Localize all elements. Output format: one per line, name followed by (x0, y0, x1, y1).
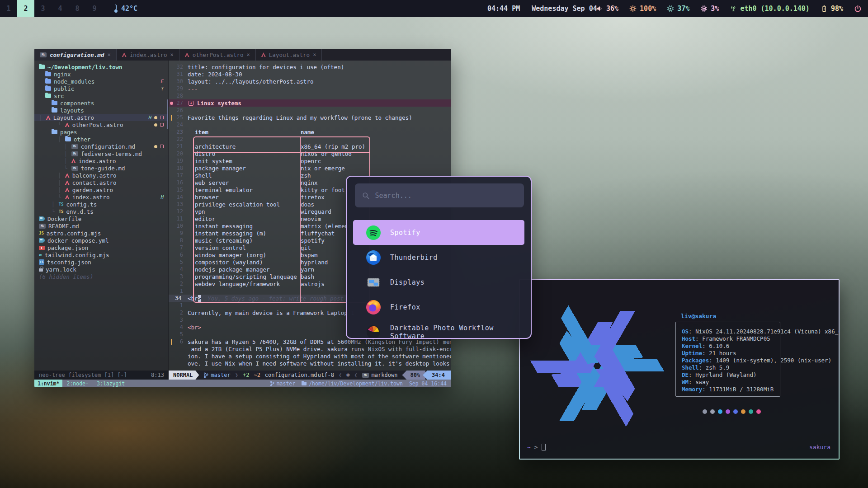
close-icon[interactable]: × (107, 52, 110, 58)
workspace-3[interactable]: 3 (34, 0, 52, 17)
tree-item-nginx[interactable]: nginx (39, 70, 165, 78)
tmux-window-nvim[interactable]: 1:nvim* (34, 380, 62, 387)
cpu-value: 37% (677, 5, 689, 13)
tree-item-tsconfig-json[interactable]: TStsconfig.json (39, 258, 165, 266)
tree-item-pages[interactable]: pages (39, 128, 165, 136)
temperature-widget: 42°C (114, 5, 137, 13)
editor-wrapped-line[interactable]: and a 2TB (Crucial P5 Plus) NVMe drive. … (169, 345, 451, 352)
tree-item-index-astro-pages[interactable]: index.astroH (39, 193, 165, 201)
shell-prompt[interactable]: ~ > (527, 444, 546, 450)
editor-line[interactable]: 29--- (169, 85, 451, 92)
battery-widget[interactable]: 98% (821, 5, 843, 13)
tree-item-tailwind-config-mjs[interactable]: ≈tailwind.config.mjs (39, 251, 165, 258)
tab-otherpost-astro[interactable]: otherPost.astro × (179, 49, 256, 61)
tree-item-layouts[interactable]: layouts (39, 107, 165, 114)
git-blame-text: You, 5 days ago - feat: write rough post… (208, 295, 354, 302)
tmux-window-node[interactable]: 2:node- (62, 380, 92, 387)
tree-item-node-modules[interactable]: node_modulesE (39, 78, 165, 85)
tree-item-index-astro-other[interactable]: index.astro (39, 157, 165, 164)
tree-item-config-ts[interactable]: TSconfig.ts (39, 201, 165, 208)
close-icon[interactable]: × (170, 52, 173, 58)
fetch-terminal-content[interactable]: liv@sakura OSNixOS 24.11.20240828.71e91c… (520, 280, 839, 459)
table-row[interactable]: 18package managernix or emerge (169, 164, 451, 172)
editor-line[interactable]: 28 (169, 92, 451, 99)
table-row[interactable]: 19init systemopenrc (169, 157, 451, 164)
table-cell-name: astrojs (293, 281, 325, 287)
git-square-icon (160, 116, 164, 119)
tab-layout-astro[interactable]: Layout.astro × (256, 49, 322, 61)
app-item-firefox[interactable]: Firefox (353, 295, 524, 319)
table-cell-name: neovim (293, 216, 321, 222)
search-input[interactable] (375, 192, 517, 200)
markdown-icon (40, 52, 47, 57)
tree-item-astro-config-mjs[interactable]: JSastro.config.mjs (39, 230, 165, 237)
workspace-9[interactable]: 9 (86, 0, 103, 17)
workspace-8[interactable]: 8 (69, 0, 86, 17)
sign-dot-icon (170, 102, 173, 105)
table-header-line[interactable]: 23itemname (169, 128, 451, 136)
cpu-widget[interactable]: 37% (667, 5, 689, 13)
folder-icon (302, 382, 307, 385)
volume-widget[interactable]: 36% (596, 5, 618, 13)
line-number: 27 (174, 100, 188, 106)
line-text: --- (188, 85, 198, 92)
tree-item-env-d-ts[interactable]: TSenv.d.ts (39, 208, 165, 215)
workspace-2-active[interactable]: 2 (17, 0, 34, 17)
table-cell-name: spotify (293, 237, 325, 244)
editor-wrapped-line[interactable]: ion. I have a setup consisting of Hyprla… (169, 352, 451, 360)
tree-item-docker-compose-yml[interactable]: docker-compose.yml (39, 237, 165, 244)
tree-item-layout-astro[interactable]: Layout.astroH (34, 114, 168, 121)
tree-item-readme-md[interactable]: README.md (39, 222, 165, 230)
power-button[interactable] (854, 5, 862, 13)
close-icon[interactable]: × (313, 52, 316, 58)
workspace-1[interactable]: 1 (0, 0, 17, 17)
network-widget[interactable]: eth0 (10.0.0.140) (730, 5, 810, 13)
tree-item-fediverse-terms-md[interactable]: fediverse-terms.md (39, 150, 165, 157)
table-cell-name: yarn (293, 266, 314, 273)
launcher-app-list: Spotify Thunderbird Displays Firefox (347, 220, 531, 338)
editor-line[interactable]: 30layout: ../../layouts/otherPost.astro (169, 78, 451, 85)
app-item-spotify[interactable]: Spotify (353, 220, 524, 245)
editor-line[interactable]: 31date: 2024-08-30 (169, 70, 451, 78)
tree-item-contact-astro[interactable]: contact.astro (39, 179, 165, 186)
table-row[interactable]: 20distronixos or gentoo (169, 150, 451, 157)
tree-item-root[interactable]: ~/Development/liv.town (39, 63, 165, 70)
line-number: 2 (174, 310, 188, 316)
workspace-4[interactable]: 4 (52, 0, 69, 17)
launcher-search-box[interactable] (355, 183, 524, 207)
editor-line[interactable]: 26 (169, 107, 451, 114)
app-item-displays[interactable]: Displays (353, 270, 524, 295)
tree-item-package-json[interactable]: package.json (39, 244, 165, 251)
tab-configuration-md[interactable]: configuration.md × (34, 49, 117, 61)
memory-widget[interactable]: 3% (700, 5, 719, 13)
table-cell-name: hyprland (293, 259, 328, 266)
tree-item-otherpost-astro[interactable]: otherPost.astro (39, 121, 165, 128)
harpoon-badge: H (160, 194, 164, 200)
tree-item-garden-astro[interactable]: garden.astro (39, 186, 165, 193)
editor-line[interactable]: 25Favorite things regarding Linux and my… (169, 114, 451, 121)
tree-item-public[interactable]: public? (39, 85, 165, 92)
tree-scrollbar[interactable] (167, 99, 168, 129)
tree-item-components[interactable]: components (39, 99, 165, 107)
status-bar: 1 2 3 4 8 9 42°C 04:44 PM Wednesday Sep … (0, 0, 868, 17)
editor-wrapped-line[interactable]: ove. I use Nix when I need software with… (169, 360, 451, 367)
tmux-window-lazygit[interactable]: 3:lazygit (93, 380, 129, 387)
markdown-heading-line[interactable]: 27Linux systems (169, 99, 451, 107)
editor-line[interactable]: 6sakura has a Ryzen 5 7640U, 32GB of DDR… (169, 338, 451, 345)
line-number: 17 (174, 172, 188, 178)
tree-item-balcony-astro[interactable]: balcony.astro (39, 172, 165, 179)
line-number: 25 (174, 114, 188, 121)
tree-item-dockerfile[interactable]: Dockerfile (39, 215, 165, 222)
tree-item-yarn-lock[interactable]: yarn.lock (39, 266, 165, 273)
brightness-widget[interactable]: 100% (629, 5, 656, 13)
tab-index-astro[interactable]: index.astro × (117, 49, 179, 61)
close-icon[interactable]: × (247, 52, 250, 58)
app-item-thunderbird[interactable]: Thunderbird (353, 245, 524, 270)
tree-item-configuration-md[interactable]: configuration.md (39, 143, 165, 150)
tree-item-src[interactable]: src (39, 92, 165, 99)
app-item-darktable[interactable]: Darktable Photo Workflow Software (353, 319, 524, 338)
tree-item-other[interactable]: other (39, 136, 165, 143)
tree-item-tone-guide-md[interactable]: tone-guide.md (39, 164, 165, 172)
editor-line[interactable]: 32title: configuration for devices i use… (169, 63, 451, 70)
table-row[interactable]: 21architecturex86_64 (rip m2 pro) (169, 143, 451, 150)
